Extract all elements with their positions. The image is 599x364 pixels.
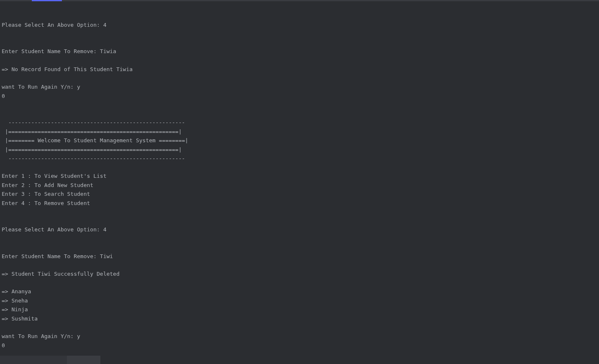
terminal-line: 0 (2, 341, 597, 350)
terminal-line: Enter 2 : To Add New Student (2, 181, 597, 190)
terminal-line: Enter 3 : To Search Student (2, 190, 597, 198)
terminal-line: |=======================================… (2, 127, 597, 136)
terminal-line: => Sneha (2, 296, 597, 305)
active-tab-indicator (32, 0, 62, 1)
terminal-line (2, 29, 597, 38)
terminal-line: Enter 4 : To Remove Student (2, 199, 597, 208)
terminal-line (2, 56, 597, 65)
status-bar (0, 356, 599, 364)
terminal-line (2, 12, 597, 21)
terminal-line: |======== Welcome To Student Management … (2, 136, 597, 145)
terminal-line: ----------------------------------------… (2, 118, 597, 127)
terminal-line: 0 (2, 92, 597, 100)
terminal-line (2, 109, 597, 118)
terminal-line (2, 163, 597, 172)
terminal-line: Enter 1 : To View Student's List (2, 172, 597, 180)
tab-bar (0, 0, 599, 1)
terminal-line: => Ananya (2, 287, 597, 296)
terminal-line (2, 323, 597, 332)
terminal-line: Enter Student Name To Remove: Tiwi (2, 252, 597, 261)
terminal-line (2, 74, 597, 82)
terminal-line: => Sushmita (2, 314, 597, 323)
terminal-line: Please Select An Above Option: 4 (2, 225, 597, 234)
terminal-line: Enter Student Name To Remove: Tiwia (2, 47, 597, 56)
terminal-line: want To Run Again Y/n: y (2, 332, 597, 341)
terminal-line: ----------------------------------------… (2, 154, 597, 163)
terminal-line: |=======================================… (2, 145, 597, 154)
terminal-line (2, 216, 597, 225)
terminal-output[interactable]: Please Select An Above Option: 4Enter St… (0, 1, 599, 351)
status-bar-segment (0, 356, 67, 364)
terminal-line: => Ninja (2, 305, 597, 314)
terminal-line (2, 3, 597, 12)
terminal-line (2, 38, 597, 47)
terminal-line (2, 208, 597, 216)
terminal-line (2, 243, 597, 252)
terminal-line (2, 261, 597, 269)
terminal-line (2, 100, 597, 109)
terminal-line: want To Run Again Y/n: y (2, 82, 597, 91)
terminal-line (2, 278, 597, 287)
terminal-line: Please Select An Above Option: 4 (2, 21, 597, 29)
terminal-line: => No Record Found of This Student Tiwia (2, 65, 597, 74)
terminal-line (2, 234, 597, 243)
status-bar-segment (67, 356, 100, 364)
terminal-line: => Student Tiwi Successfully Deleted (2, 269, 597, 278)
